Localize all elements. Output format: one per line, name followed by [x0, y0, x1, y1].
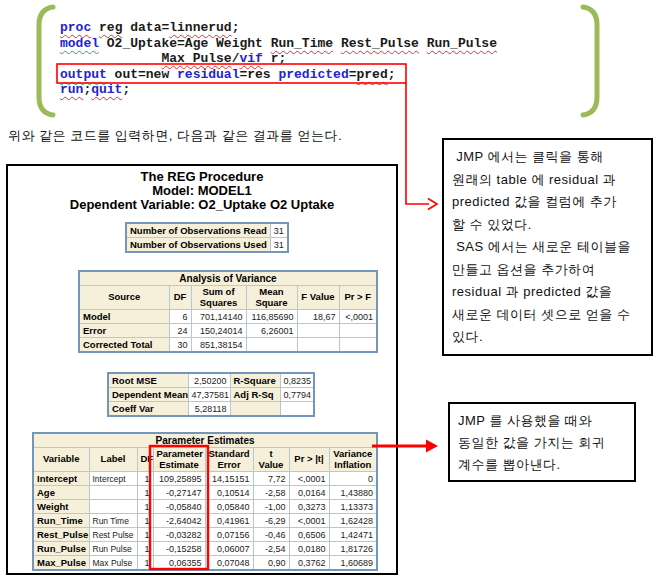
cell — [297, 338, 339, 353]
col-header: DF — [137, 448, 153, 472]
table-title-row: Parameter Estimates — [33, 433, 377, 448]
cell: <,0001 — [289, 514, 329, 528]
col-header: Sum of Squares — [191, 286, 246, 310]
code-token: =res — [239, 67, 278, 82]
cell: Rest Pulse — [89, 528, 137, 542]
col-header: F Value — [297, 286, 339, 310]
annotation-line: 동일한 값을 가지는 회귀 — [458, 432, 626, 454]
row-label: Age — [33, 486, 89, 500]
table-row: Root MSE 2,50200 R-Square 0,8235 — [108, 373, 314, 388]
row-label: Intercept — [33, 472, 89, 486]
row-label: R-Square — [230, 373, 280, 388]
arrow-right-icon — [426, 440, 438, 453]
table-row: Number of Observations Read 31 — [126, 223, 288, 238]
code-token: out=new — [107, 67, 177, 82]
code-token: reg — [99, 20, 122, 35]
col-header: Parameter Estimate — [153, 448, 205, 472]
cell: Run Pulse — [89, 542, 137, 556]
fit-statistics-table: Root MSE 2,50200 R-Square 0,8235 Depende… — [107, 372, 315, 417]
cell: 47,37581 — [188, 388, 230, 402]
row-label — [230, 402, 280, 417]
table-title-row: Analysis of Variance — [79, 271, 377, 286]
cell: -1,00 — [253, 500, 289, 514]
col-header: Variable — [33, 448, 89, 472]
obs-used-label: Number of Observations Used — [126, 238, 270, 253]
dependent-variable-title: Dependent Variable: O2_Uptake O2 Uptake — [6, 198, 398, 212]
col-header: t Value — [253, 448, 289, 472]
cell: Intercept — [89, 472, 137, 486]
cell: 0,05840 — [205, 500, 253, 514]
code-token: ; — [388, 67, 396, 82]
row-label: Corrected Total — [79, 338, 169, 353]
cell: 1 — [137, 500, 153, 514]
anova-title: Analysis of Variance — [79, 271, 377, 286]
code-line-2: model O2_Uptake=Age Weight Run_Time Rest… — [60, 36, 497, 52]
code-token — [333, 36, 341, 51]
col-header: Pr > |t| — [289, 448, 329, 472]
cell: 0,7794 — [280, 388, 314, 402]
table-row: Run_Pulse Run Pulse 1 -0,15258 0,06007 -… — [33, 542, 377, 556]
row-label: Coeff Var — [108, 402, 188, 417]
code-line-5: run;quit; — [60, 82, 497, 98]
anova-table: Analysis of Variance Source DF Sum of Sq… — [78, 270, 378, 353]
annotation-line: JMP 에서는 클릭을 통해 — [452, 146, 643, 169]
row-label: Max_Pulse — [33, 556, 89, 571]
annotation-line: predicted 값을 컬럼에 추가 — [452, 191, 643, 214]
cell: 1,60689 — [329, 556, 377, 571]
code-line-1: proc reg data=linnerud; — [60, 20, 497, 36]
code-token: r; — [263, 51, 286, 66]
annotation-line: 새로운 데이터 셋으로 얻을 수 — [452, 304, 643, 327]
cell: -0,05840 — [153, 500, 205, 514]
code-token: output — [60, 67, 107, 82]
annotation-line: JMP 를 사용했을 때와 — [458, 410, 626, 432]
table-row: Model 6 701,14140 116,85690 18,67 <,0001 — [79, 310, 377, 324]
cell — [89, 486, 137, 500]
code-token: residual — [177, 67, 239, 82]
obs-read-label: Number of Observations Read — [126, 223, 270, 238]
row-label: Root MSE — [108, 373, 188, 388]
row-label: Weight — [33, 500, 89, 514]
cell: 6,26001 — [246, 324, 297, 338]
code-token: predicted — [278, 67, 348, 82]
cell: 1 — [137, 556, 153, 571]
table-row: Corrected Total 30 851,38154 — [79, 338, 377, 353]
cell: 1,43880 — [329, 486, 377, 500]
code-token: Max_Pulse — [161, 51, 231, 66]
cell: 6 — [169, 310, 191, 324]
cell — [89, 500, 137, 514]
annotation-line: residual 과 predicted 값을 — [452, 281, 643, 304]
cell: 2,50200 — [188, 373, 230, 388]
code-token: Rest_Pulse — [341, 36, 419, 51]
param-title: Parameter Estimates — [33, 433, 377, 448]
row-label: Adj R-Sq — [230, 388, 280, 402]
cell: 5,28118 — [188, 402, 230, 417]
cell — [339, 338, 377, 353]
cell: 1,42471 — [329, 528, 377, 542]
cell: 109,25895 — [153, 472, 205, 486]
col-header: Variance Inflation — [329, 448, 377, 472]
cell: 1,62428 — [329, 514, 377, 528]
table-row: Run_Time Run Time 1 -2,64042 0,41961 -6,… — [33, 514, 377, 528]
annotation-line: 있다. — [452, 326, 643, 349]
annotation-box-residual-predicted: JMP 에서는 클릭을 통해 원래의 table 에 residual 과 pr… — [442, 138, 653, 356]
cell: 0,10514 — [205, 486, 253, 500]
table-row: Intercept Intercept 1 109,25895 14,15151… — [33, 472, 377, 486]
code-token: Run_Time — [271, 36, 333, 51]
cell: 0,0164 — [289, 486, 329, 500]
cell: <,0001 — [289, 472, 329, 486]
document-page: proc reg data=linnerud; model O2_Uptake=… — [0, 0, 656, 578]
cell: 1 — [137, 542, 153, 556]
table-row: Rest_Pulse Rest Pulse 1 -0,03282 0,07156… — [33, 528, 377, 542]
row-label: Model — [79, 310, 169, 324]
code-line-4-output-statement: output out=new residual=res predicted=pr… — [60, 67, 497, 83]
code-token — [91, 20, 99, 35]
model-title: Model: MODEL1 — [6, 184, 398, 198]
cell: -2,58 — [253, 486, 289, 500]
sas-code-block: proc reg data=linnerud; model O2_Uptake=… — [60, 20, 497, 98]
code-token: run — [60, 82, 83, 97]
col-header: DF — [169, 286, 191, 310]
obs-used-value: 31 — [270, 238, 288, 253]
col-header: Standard Error — [205, 448, 253, 472]
cell: 7,72 — [253, 472, 289, 486]
cell: Max Pulse — [89, 556, 137, 571]
